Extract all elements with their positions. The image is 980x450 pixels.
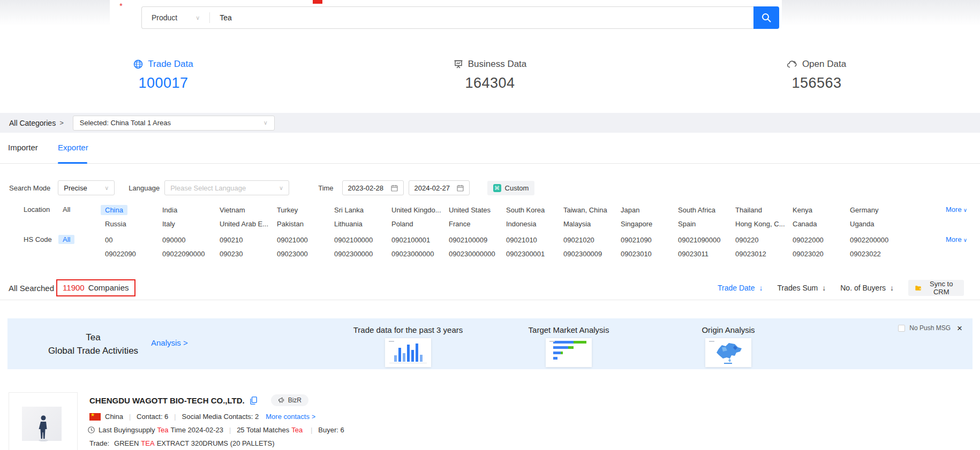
custom-time-button[interactable]: ⌘ Custom — [487, 181, 535, 195]
hs-code-option[interactable]: 09022090000 — [158, 249, 209, 259]
data-stats-row: Trade Data 100017 Business Data 164304 O… — [0, 59, 980, 91]
location-option[interactable]: Spain — [674, 219, 700, 229]
hs-code-option[interactable]: 09023010 — [616, 249, 656, 259]
location-option[interactable]: Japan — [616, 205, 644, 215]
location-more-label: More — [946, 205, 962, 213]
hs-code-option[interactable]: 09022090 — [101, 249, 140, 259]
last-supply-prefix: Last Buyingsupply — [99, 426, 155, 434]
location-option[interactable]: United Kingdo... — [387, 205, 446, 215]
location-option[interactable]: Canada — [788, 219, 821, 229]
location-all-option[interactable]: All — [58, 205, 74, 214]
selected-areas-dropdown[interactable]: Selected: China Total 1 Areas ∨ — [73, 116, 275, 131]
search-button[interactable] — [753, 6, 779, 29]
stat-business-data[interactable]: Business Data 164304 — [327, 59, 653, 91]
chevron-right-icon: > — [183, 338, 188, 347]
hs-code-option[interactable]: 0902100001 — [387, 235, 434, 245]
language-select[interactable]: Please Select Language ∨ — [164, 180, 289, 195]
company-name[interactable]: CHENGDU WAGOTT BIO-TECH CO.,LTD. — [89, 396, 245, 405]
hs-code-option[interactable]: 09021090000 — [674, 235, 725, 245]
hs-code-option[interactable]: 09023022 — [846, 249, 885, 259]
location-option[interactable]: United Arab E... — [215, 219, 273, 229]
tab-exporter[interactable]: Exporter — [58, 143, 88, 152]
hs-code-option[interactable]: 09021000 — [273, 235, 312, 245]
location-option[interactable]: Malaysia — [559, 219, 595, 229]
sort-trades-sum[interactable]: Trades Sum ↓ — [778, 284, 826, 292]
hs-code-option[interactable]: 0902300001 — [502, 249, 549, 259]
chevron-right-icon: > — [312, 413, 315, 421]
hs-code-option[interactable]: 09021010 — [502, 235, 541, 245]
no-push-checkbox[interactable] — [898, 325, 905, 332]
hs-code-option[interactable]: 090000 — [158, 235, 190, 245]
hs-code-option[interactable]: 09023011 — [674, 249, 713, 259]
location-option[interactable]: Lithuania — [330, 219, 367, 229]
hs-code-all-option[interactable]: All — [58, 235, 74, 244]
hs-code-option[interactable]: 0902100009 — [444, 235, 492, 245]
stat-open-data[interactable]: Open Data 156563 — [653, 59, 980, 91]
company-thumbnail[interactable] — [9, 392, 78, 450]
sort-no-of-buyers[interactable]: No. of Buyers ↓ — [840, 284, 894, 292]
results-count-bar: All Searched 11900 Companies — [9, 277, 135, 299]
location-option[interactable]: Hong Kong, C... — [731, 219, 789, 229]
location-option[interactable]: United States — [444, 205, 495, 215]
hs-code-option[interactable]: 09023000000 — [387, 249, 439, 259]
location-option[interactable]: Pakistan — [273, 219, 308, 229]
location-option[interactable]: Thailand — [731, 205, 766, 215]
hs-code-option[interactable]: 090220 — [731, 235, 763, 245]
location-option[interactable]: Germany — [846, 205, 883, 215]
all-categories-link[interactable]: All Categories — [9, 119, 56, 127]
location-option[interactable]: South Korea — [502, 205, 549, 215]
hs-code-option[interactable]: 090230000000 — [444, 249, 500, 259]
analysis-link[interactable]: Analysis > — [151, 338, 188, 347]
divider: | — [129, 413, 131, 421]
sync-to-crm-button[interactable]: Sync to CRM — [908, 280, 964, 296]
location-option[interactable]: Russia — [101, 219, 131, 229]
location-option[interactable]: India — [158, 205, 182, 215]
hs-code-option[interactable]: 0902300000 — [330, 249, 377, 259]
card-origin-title: Origin Analysis — [702, 325, 755, 334]
location-option[interactable]: Vietnam — [215, 205, 249, 215]
location-option[interactable]: France — [444, 219, 474, 229]
hs-code-option[interactable]: 09022000 — [788, 235, 828, 245]
hs-code-option[interactable]: 09023012 — [731, 249, 771, 259]
hs-code-option[interactable]: 0902200000 — [846, 235, 893, 245]
close-icon[interactable]: × — [957, 325, 962, 332]
bizr-badge[interactable]: BizR — [271, 394, 308, 406]
search-mode-select[interactable]: Precise ∨ — [58, 180, 115, 195]
hs-code-more-link[interactable]: More∨ — [946, 235, 967, 243]
date-from-input[interactable]: 2023-02-28 — [342, 180, 404, 195]
location-more-link[interactable]: More∨ — [946, 205, 967, 213]
hs-code-option[interactable]: 09023000 — [273, 249, 312, 259]
search-category-select[interactable]: Product ∨ — [142, 13, 200, 22]
location-option[interactable]: Taiwan, China — [559, 205, 612, 215]
location-option[interactable]: Poland — [387, 219, 417, 229]
hs-code-option[interactable]: 09021090 — [616, 235, 656, 245]
hs-code-option[interactable]: 0902300009 — [559, 249, 606, 259]
card-target-market-analysis[interactable]: Target Market Analysis — [499, 318, 638, 367]
trade-label: Trade: — [89, 439, 109, 447]
card-trade-data-3-years[interactable]: Trade data for the past 3 years — [338, 318, 478, 367]
location-option[interactable]: Singapore — [616, 219, 657, 229]
location-option[interactable]: South Africa — [674, 205, 720, 215]
location-option[interactable]: Italy — [158, 219, 179, 229]
more-contacts-link[interactable]: More contacts> — [266, 413, 315, 421]
copy-icon[interactable] — [250, 396, 257, 405]
hs-code-option[interactable]: 00 — [101, 235, 117, 245]
date-to-input[interactable]: 2024-02-27 — [409, 180, 470, 195]
hs-code-option[interactable]: 09023020 — [788, 249, 828, 259]
sort-trade-date[interactable]: Trade Date ↓ — [718, 284, 763, 292]
tab-importer[interactable]: Importer — [8, 143, 38, 152]
hs-code-option[interactable]: 090230 — [215, 249, 247, 259]
location-option[interactable]: Kenya — [788, 205, 817, 215]
location-option[interactable]: Indonesia — [502, 219, 540, 229]
hs-code-option[interactable]: 09021020 — [559, 235, 599, 245]
stat-trade-data[interactable]: Trade Data 100017 — [0, 59, 327, 91]
location-option[interactable]: China — [101, 205, 127, 215]
location-option[interactable]: Turkey — [273, 205, 302, 215]
company-contacts-row: ★ China | Contact: 6 | Social Media Cont… — [89, 413, 315, 421]
location-option[interactable]: Sri Lanka — [330, 205, 368, 215]
location-option[interactable]: Uganda — [846, 219, 879, 229]
search-input[interactable]: Tea — [220, 13, 232, 22]
hs-code-option[interactable]: 090210 — [215, 235, 247, 245]
hs-code-option[interactable]: 0902100000 — [330, 235, 377, 245]
card-origin-analysis[interactable]: Origin Analysis — [659, 318, 798, 367]
